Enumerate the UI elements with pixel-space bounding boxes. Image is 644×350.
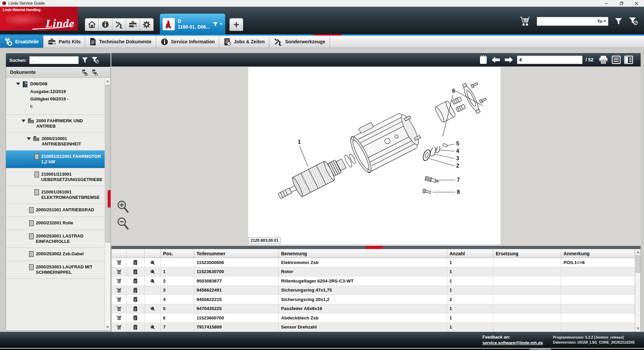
scroll-up-arrow[interactable] <box>106 80 109 82</box>
hotspot-icon[interactable] <box>145 276 161 286</box>
table-row[interactable]: 49455622215Sicherungsring 20x1,22 <box>112 295 640 304</box>
note-icon[interactable] <box>126 286 145 295</box>
tab-parts-kits[interactable]: Parts Kits <box>43 36 85 48</box>
table-row[interactable]: 39456622491Sicherungsring 47x1,751 <box>112 286 640 295</box>
tree-item[interactable]: 210001/213001 UEBERSETZUNGSGETRIEBE <box>6 168 105 186</box>
hotspot-icon[interactable] <box>145 304 161 313</box>
table-scroll-up[interactable] <box>636 251 640 253</box>
note-icon[interactable] <box>126 276 145 286</box>
next-page-icon[interactable] <box>504 56 514 63</box>
table-scroll-thumb[interactable] <box>636 255 640 273</box>
add-tab-button[interactable]: + <box>229 18 243 31</box>
tree-item[interactable]: 2000/210001 ANTRIEBSEINHEIT <box>6 133 105 150</box>
scroll-down-arrow[interactable] <box>106 326 109 329</box>
tree-item[interactable]: 2000/253003 LAUFRAD MIT SCHMIERNIPPEL <box>6 261 105 279</box>
callout-6[interactable]: 6 <box>452 88 455 94</box>
add-to-cart-icon[interactable] <box>112 267 126 276</box>
home-button[interactable] <box>85 18 99 31</box>
service-tools-button[interactable] <box>112 18 126 31</box>
close-button[interactable] <box>629 0 644 7</box>
callout-7[interactable]: 7 <box>457 177 460 183</box>
column-header-benennung[interactable]: Benennung <box>279 249 447 258</box>
sidebar-search-input[interactable] <box>29 56 79 64</box>
tab-dropdown-caret[interactable] <box>220 23 222 25</box>
note-icon[interactable] <box>126 295 145 304</box>
table-row[interactable]: 59470435225Passfeder A6x6x161 <box>112 304 640 314</box>
add-to-cart-icon[interactable] <box>112 258 126 267</box>
note-icon[interactable] <box>126 304 145 313</box>
callout-4[interactable]: 4 <box>456 148 459 154</box>
restore-button[interactable] <box>614 0 629 7</box>
machine-tab[interactable]: D 1160-01, D06... <box>160 13 225 34</box>
expander-icon[interactable] <box>21 120 25 122</box>
tree-item[interactable]: 2000/253001 LASTRAD EINFACHROLLE <box>6 230 105 248</box>
expander-icon[interactable] <box>16 83 20 85</box>
tree-item[interactable]: 2000/251001 ANTRIEBSRAD <box>6 204 105 217</box>
callout-1[interactable]: 1 <box>298 139 301 145</box>
column-header-ersetzung[interactable]: Ersetzung <box>493 249 561 258</box>
tab-technische-dokumente[interactable]: Technische Dokumente <box>85 36 156 48</box>
table-splitter-handle[interactable] <box>366 246 383 249</box>
callout-2[interactable]: 2 <box>456 163 459 169</box>
view-split-icon[interactable] <box>624 55 633 64</box>
hotspot-icon[interactable] <box>145 323 161 332</box>
hotspot-icon[interactable] <box>145 267 161 276</box>
view-document-icon[interactable] <box>611 55 621 64</box>
add-to-cart-icon[interactable] <box>112 276 126 286</box>
tree-item[interactable]: 2000 FAHRWERK UND ANTRIEB <box>6 115 105 133</box>
note-icon[interactable] <box>126 323 145 332</box>
tab-ersatzteile[interactable]: Ersatzteile <box>0 36 43 48</box>
settings-button[interactable] <box>140 18 154 31</box>
minimize-button[interactable] <box>599 0 614 7</box>
expand-tree-icon[interactable] <box>91 69 98 76</box>
sidebar-splitter-handle[interactable] <box>108 190 111 208</box>
column-header-pos[interactable]: Pos. <box>161 249 194 258</box>
info-button[interactable] <box>99 18 112 31</box>
collapse-tree-icon[interactable] <box>81 69 88 76</box>
table-row[interactable]: 611523600700Abdeckblech Zsb1 <box>112 313 640 323</box>
table-scroll-down[interactable] <box>636 327 640 330</box>
expander-icon[interactable] <box>27 137 31 140</box>
tree-item[interactable]: 2000/232001 Rolle <box>6 217 105 230</box>
hotspot-icon[interactable] <box>145 258 161 267</box>
note-icon[interactable] <box>126 267 145 276</box>
global-search-input[interactable] <box>537 19 595 24</box>
filter-icon[interactable] <box>614 18 623 25</box>
table-scrollbar[interactable] <box>635 249 640 332</box>
page-number-input[interactable] <box>517 55 583 64</box>
table-row[interactable]: 77917415809Sensor Drehzahl1 <box>112 323 640 332</box>
table-row[interactable]: 11523500606Elektromotor Zsb1POS.1=>8 <box>112 258 640 267</box>
cart-icon[interactable] <box>519 16 531 26</box>
callout-8[interactable]: 8 <box>457 189 460 195</box>
tab-sonderwerkzeuge[interactable]: Sonderwerkzeuge <box>269 36 330 48</box>
callout-3[interactable]: 3 <box>456 156 459 161</box>
notes-icon[interactable] <box>479 55 488 64</box>
toolbox-button[interactable] <box>126 18 140 31</box>
tree-item[interactable]: 210001/261001 ELEKTROMAGNETBREMSE <box>6 186 105 204</box>
zoom-in-button[interactable] <box>117 200 129 214</box>
tree-item[interactable]: ToD06/D08Ausgabe:12/2019Gültigkei 09/201… <box>6 78 105 115</box>
tree-item[interactable]: 210001/212001 FAHRMOTOR 1,2 kW <box>6 150 105 168</box>
tab-service-information[interactable]: Service Information <box>156 36 220 48</box>
sidebar-filter-clear-icon[interactable] <box>91 57 99 63</box>
column-header-teilenummer[interactable]: Teilenummer <box>194 249 279 258</box>
zoom-out-button[interactable] <box>117 217 129 230</box>
tab-jobs-zeiten[interactable]: Jobs & Zeiten <box>219 36 269 48</box>
print-icon[interactable] <box>598 55 608 64</box>
table-row[interactable]: 111523630700Rotor1 <box>112 267 640 277</box>
callout-5[interactable]: 5 <box>456 141 459 146</box>
table-row[interactable]: 29503083677Rillenkugellager 6204-2RS-C3-… <box>112 276 640 286</box>
tab-filter-icon[interactable] <box>213 22 218 27</box>
column-header-anzahl[interactable]: Anzahl <box>447 249 493 258</box>
add-to-cart-icon[interactable] <box>112 286 126 295</box>
add-to-cart-icon[interactable] <box>112 304 126 313</box>
note-icon[interactable] <box>126 313 145 322</box>
note-icon[interactable] <box>126 258 145 267</box>
tree-item[interactable]: 2000/253002 Zsb.Gabel <box>6 248 105 261</box>
filter-clear-icon[interactable] <box>629 17 638 25</box>
column-header-anmerkung[interactable]: Anmerkung <box>561 249 635 258</box>
previous-page-icon[interactable] <box>491 56 501 63</box>
add-to-cart-icon[interactable] <box>112 323 126 332</box>
scrollbar-thumb[interactable] <box>105 85 110 243</box>
feedback-email-link[interactable]: service.software@linde-mh.de <box>482 341 543 345</box>
